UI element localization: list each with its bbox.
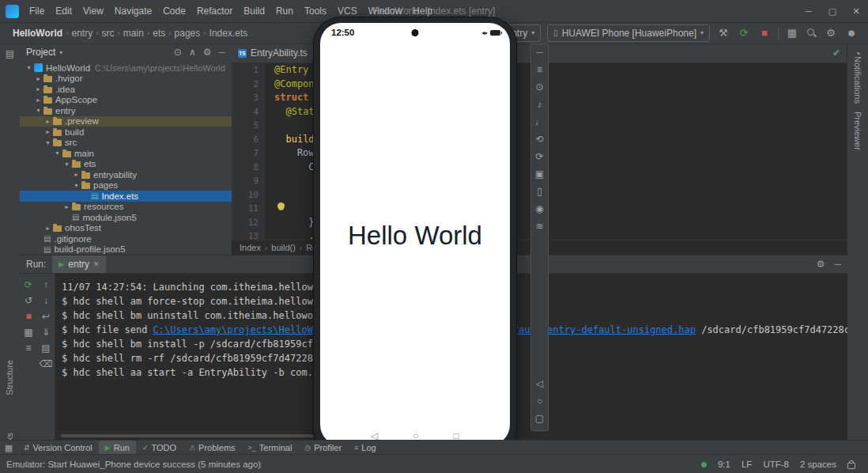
tree-item-build[interactable]: ▸build [20,127,232,138]
line-number[interactable]: 1 [232,63,265,78]
run-tab-entry[interactable]: ▶ entry ✕ [52,255,105,273]
tool-windows-icon[interactable]: ▦ [785,27,799,39]
breadcrumb-pages[interactable]: pages [173,28,202,39]
intention-bulb-icon[interactable] [277,202,285,210]
settings-gear-icon[interactable]: ⚙ [203,47,212,58]
panel-minimize-icon[interactable]: ─ [536,47,543,58]
settings-gear-icon[interactable]: ⚙ [817,259,825,270]
tree-item-ohostest[interactable]: ▸ohosTest [20,223,232,234]
collapse-all-icon[interactable]: ∧ [189,47,196,58]
breadcrumb-entry[interactable]: entry [70,28,94,39]
chevron-down-icon[interactable]: ▾ [25,64,33,71]
line-number[interactable]: 6 [232,133,265,147]
line-number[interactable]: 5 [232,119,265,133]
menu-icon[interactable]: ≡ [537,65,542,75]
inspections-ok-icon[interactable]: ✔ [832,47,840,59]
screenshot-icon[interactable]: ▣ [535,169,544,180]
recent-icon[interactable]: ▢ [535,414,544,424]
home-icon[interactable]: ○ [537,396,542,407]
clear-console-icon[interactable]: ⌫ [40,358,53,370]
indent-size[interactable]: 2 spaces [800,460,836,469]
tab-entryability-ts[interactable]: TSEntryAbility.ts✕ [232,44,326,62]
tree-item-ets[interactable]: ▾ets [20,159,232,170]
battery-icon[interactable]: ▯ [537,187,542,197]
line-number[interactable]: 2 [232,78,265,92]
power-icon[interactable]: ⊙ [535,82,543,93]
select-opened-file-icon[interactable]: ⊙ [174,47,182,58]
tool-tab-run[interactable]: ▶Run [99,441,136,455]
wifi-icon[interactable]: ≋ [535,221,543,232]
minimize-button[interactable]: ─ [797,0,821,22]
chevron-right-icon[interactable]: ▸ [62,203,71,210]
editor-breadcrumb-build[interactable]: build() [271,243,296,252]
line-separator[interactable]: LF [742,460,752,469]
grid-icon[interactable]: ▦ [24,326,32,339]
line-number[interactable]: 11 [232,202,265,216]
chevron-down-icon[interactable]: ▾ [59,49,62,56]
sync-device-icon[interactable]: ⟳ [737,27,751,39]
down-stack-trace-icon[interactable]: ↓ [43,294,48,307]
print-icon[interactable]: ▤ [41,342,50,354]
up-stack-trace-icon[interactable]: ↑ [43,278,48,291]
line-number[interactable]: 3 [232,91,265,105]
line-number[interactable]: 9 [232,174,265,188]
minimize-panel-icon[interactable]: ─ [834,259,841,270]
maximize-button[interactable]: ▢ [821,0,844,22]
device-select[interactable]: ▯ HUAWEI Phone [HuaweiPhone] ▾ [547,25,710,42]
tree-item-src[interactable]: ▾src [20,138,232,149]
tree-item-main[interactable]: ▾main [20,148,232,159]
menu-run[interactable]: Run [270,0,299,22]
chevron-down-icon[interactable]: ▾ [53,149,62,157]
tree-item-idea[interactable]: ▸.idea [20,84,232,95]
tool-window-switcher-icon[interactable]: ▦ [0,443,17,453]
stop-icon[interactable]: ■ [25,310,31,323]
tool-stripe-previewer[interactable]: Previewer [853,112,862,150]
line-number[interactable]: 12 [232,216,265,230]
settings-gear-icon[interactable]: ⚙ [824,27,838,39]
chevron-right-icon[interactable]: ▸ [34,96,43,104]
menu-tools[interactable]: Tools [299,0,332,22]
tool-tab-problems[interactable]: ⚠Problems [183,441,242,455]
restore-layout-icon[interactable]: ↺ [25,294,32,307]
close-icon[interactable]: ✕ [93,260,100,268]
tree-item-resources[interactable]: ▸resources [20,202,232,213]
breadcrumb-src[interactable]: src [100,28,116,39]
location-icon[interactable]: ◉ [535,204,543,214]
chevron-right-icon[interactable]: ▸ [43,128,52,135]
rerun-icon[interactable]: ⟳ [25,278,32,291]
line-number[interactable]: 13 [232,229,265,240]
stop-icon[interactable]: ■ [757,27,772,39]
breadcrumb-main[interactable]: main [122,28,145,39]
chevron-down-icon[interactable]: ▾ [72,182,81,189]
tree-item-appscope[interactable]: ▸AppScope [20,95,232,106]
tree-item-build-profile-json5[interactable]: ▤build-profile.json5 [20,244,232,255]
line-number[interactable]: 4 [232,105,265,119]
line-number[interactable]: 10 [232,188,265,202]
tool-tab-profiler[interactable]: ◷Profiler [298,441,348,455]
chevron-right-icon[interactable]: ▸ [34,85,43,93]
tree-item-gitignore[interactable]: ▤.gitignore [20,233,232,244]
project-panel-title[interactable]: Project [26,47,55,58]
chevron-right-icon[interactable]: ▸ [43,225,52,232]
tree-item-index-ets[interactable]: ▤Index.ets [20,191,232,202]
tool-tab-todo[interactable]: ✓TODO [136,441,183,455]
chevron-right-icon[interactable]: ▸ [43,118,52,125]
breadcrumb-ets[interactable]: ets [151,28,167,39]
menu-code[interactable]: Code [157,0,191,22]
lock-icon[interactable] [847,463,855,469]
profile-avatar[interactable]: ☻ [844,27,859,39]
editor-breadcrumb-index[interactable]: Index [240,243,261,252]
rotate-left-icon[interactable]: ⟲ [535,134,543,145]
soft-wrap-icon[interactable]: ↩ [42,310,50,323]
scroll-to-end-icon[interactable]: ⇓ [42,326,50,339]
menu-refactor[interactable]: Refactor [191,0,238,22]
tree-item-entry[interactable]: ▾entry [20,105,232,116]
volume-down-icon[interactable]: ♩ [535,117,545,127]
menu-view[interactable]: View [77,0,109,22]
menu-edit[interactable]: Edit [50,0,77,22]
tree-item-module-json5[interactable]: ▤module.json5 [20,212,232,223]
tree-item-entryability[interactable]: ▸entryability [20,169,232,180]
tool-tab-terminal[interactable]: >_Terminal [242,441,299,455]
line-number[interactable]: 8 [232,161,265,175]
project-tool-icon[interactable]: ▤ [0,48,20,59]
